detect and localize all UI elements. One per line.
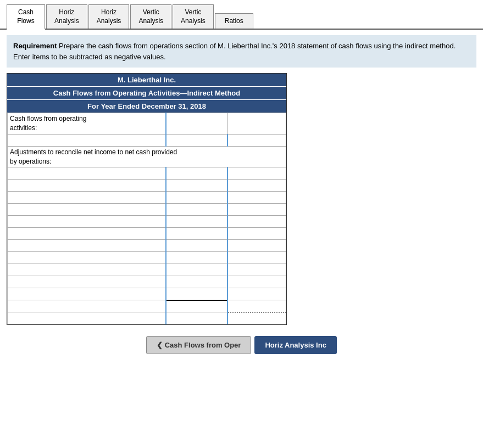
row1-right-input[interactable] [230,135,284,145]
table-row [8,240,286,252]
data-table: Cash flows from operatingactivities: Adj… [7,113,286,324]
tab-vertic-analysis-2[interactable]: VerticAnalysis [173,4,214,29]
tab-horiz-analysis-2[interactable]: HorizAnalysis [88,4,130,29]
section-1-mid [166,113,227,135]
table-header-company: M. Lieberthal Inc. [7,74,286,87]
table-row [8,134,286,146]
table-header-title: Cash Flows from Operating Activities—Ind… [7,87,286,100]
section-2-label: Adjustments to reconcile net income to n… [8,146,286,167]
table-row [8,276,286,288]
table-row [8,167,286,180]
tab-cash-flows[interactable]: CashFlows [7,4,45,30]
row1-right[interactable] [227,134,286,146]
tabs-container: CashFlows HorizAnalysis HorizAnalysis Ve… [0,0,483,30]
section-1-right [227,113,286,135]
table-row [8,252,286,264]
row2-label-input[interactable] [10,168,163,178]
row2-mid-input[interactable] [169,168,225,178]
section-2-label-row: Adjustments to reconcile net income to n… [8,146,286,167]
section-1-label: Cash flows from operatingactivities: [8,113,166,135]
table-row-last [8,312,286,324]
section-1-label-row: Cash flows from operatingactivities: [8,113,286,135]
tab-horiz-analysis-1[interactable]: HorizAnalysis [46,4,87,29]
table-row [8,192,286,204]
row1-label-input[interactable] [10,135,163,145]
row1-mid[interactable] [166,134,227,146]
next-button[interactable]: Horiz Analysis Inc [254,336,337,354]
cash-flow-table: M. Lieberthal Inc. Cash Flows from Opera… [7,73,287,325]
prev-button[interactable]: ❮ Cash Flows from Oper [146,336,251,354]
nav-buttons: ❮ Cash Flows from Oper Horiz Analysis In… [7,336,476,354]
table-row [8,180,286,192]
row2-right[interactable] [227,167,286,180]
requirement-label: Requirement [13,42,57,50]
table-row [8,216,286,228]
row2-label[interactable] [8,167,166,180]
tab-ratios[interactable]: Ratios [215,13,253,29]
row2-right-input[interactable] [230,168,284,178]
table-row [8,264,286,276]
total-row [8,300,286,312]
requirement-box: Requirement Prepare the cash flows from … [7,35,476,68]
tab-vertic-analysis-1[interactable]: VerticAnalysis [130,4,171,29]
row1-label[interactable] [8,134,166,146]
main-content: Requirement Prepare the cash flows from … [0,35,483,361]
table-row [8,204,286,216]
row2-mid[interactable] [166,167,227,180]
table-row [8,228,286,240]
table-header-period: For Year Ended December 31, 2018 [7,100,286,113]
requirement-text: Prepare the cash flows from operations s… [13,42,456,61]
row1-mid-input[interactable] [169,135,225,145]
table-row [8,288,286,300]
